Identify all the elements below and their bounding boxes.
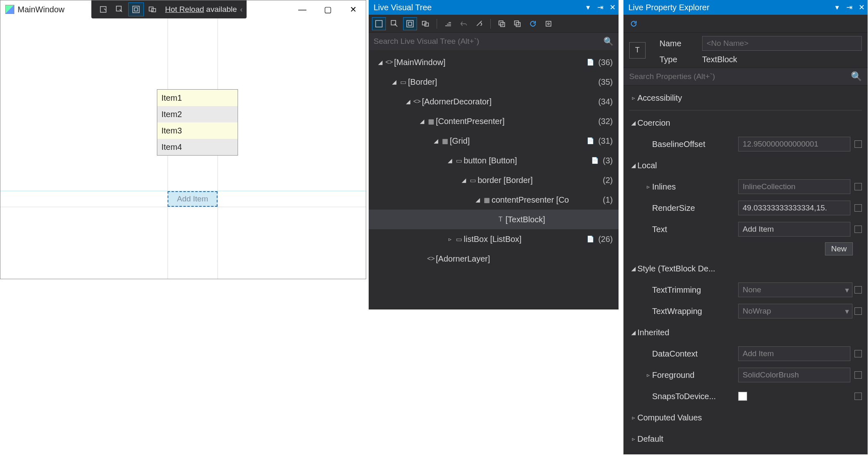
- view-source-icon[interactable]: 📄: [586, 235, 595, 243]
- view-source-icon[interactable]: 📄: [586, 137, 595, 145]
- dropdown-icon[interactable]: ▾: [843, 307, 850, 316]
- property-value[interactable]: None: [738, 282, 852, 297]
- property-value[interactable]: Add Item: [738, 222, 850, 237]
- refresh-icon[interactable]: [526, 17, 540, 30]
- undo-icon[interactable]: [457, 17, 471, 30]
- expand-chevron-icon[interactable]: ▹: [629, 436, 637, 442]
- close-icon[interactable]: ✕: [855, 3, 868, 12]
- property-category[interactable]: ◢Style (TextBlock De...: [623, 258, 868, 279]
- tree-node[interactable]: ◢▦[Grid]📄(31): [369, 131, 619, 151]
- chevron-left-icon[interactable]: ‹: [240, 5, 242, 14]
- expand-chevron-icon[interactable]: ◢: [474, 196, 482, 203]
- dropdown-icon[interactable]: ▾: [843, 285, 850, 295]
- property-marker-icon[interactable]: [854, 183, 862, 190]
- expand-chevron-icon[interactable]: ◢: [404, 98, 412, 105]
- search-icon[interactable]: 🔍: [603, 36, 614, 46]
- expand-chevron-icon[interactable]: ▹: [446, 236, 454, 242]
- listbox-item[interactable]: Item1: [157, 90, 238, 106]
- expand-chevron-icon[interactable]: ◢: [460, 177, 468, 183]
- expand-all-icon[interactable]: [510, 17, 524, 30]
- property-marker-icon[interactable]: [854, 371, 862, 379]
- property-marker-icon[interactable]: [854, 393, 862, 400]
- listbox-item[interactable]: Item2: [157, 106, 238, 122]
- display-layout-adorners-icon[interactable]: [128, 2, 144, 16]
- lvt-search-input[interactable]: [374, 37, 603, 46]
- tree-node[interactable]: T[TextBlock]: [369, 210, 619, 229]
- display-layout-adorners-icon[interactable]: [403, 17, 417, 30]
- expand-chevron-icon[interactable]: ▹: [629, 414, 637, 421]
- window-position-icon[interactable]: ▾: [582, 3, 594, 12]
- tree-node[interactable]: ▹▭listBox [ListBox]📄(26): [369, 229, 619, 249]
- hot-reload-label[interactable]: Hot Reload available: [165, 5, 237, 14]
- property-marker-icon[interactable]: [854, 140, 862, 148]
- expand-chevron-icon[interactable]: ◢: [418, 118, 426, 124]
- tree-node[interactable]: <>[AdornerLayer]: [369, 249, 619, 269]
- search-icon[interactable]: 🔍: [851, 71, 862, 82]
- select-element-icon[interactable]: [388, 17, 401, 30]
- auto-hide-icon[interactable]: ⇥: [594, 3, 606, 12]
- color-swatch[interactable]: [738, 392, 747, 401]
- new-button[interactable]: New: [825, 242, 853, 255]
- lpe-search-input[interactable]: [629, 72, 851, 81]
- expand-chevron-icon[interactable]: ◢: [376, 59, 384, 65]
- show-in-app-toolbar-icon[interactable]: [372, 17, 386, 30]
- expand-chevron-icon[interactable]: ◢: [446, 157, 454, 164]
- lpe-search[interactable]: 🔍: [623, 68, 868, 86]
- property-category[interactable]: ◢Inherited: [623, 322, 868, 343]
- select-element-icon[interactable]: [112, 2, 127, 16]
- property-value[interactable]: SolidColorBrush: [738, 368, 850, 382]
- listbox-item[interactable]: Item3: [157, 122, 238, 139]
- expand-chevron-icon[interactable]: ◢: [432, 138, 440, 144]
- property-marker-icon[interactable]: [854, 204, 862, 212]
- expand-chevron-icon[interactable]: ▹: [629, 95, 637, 101]
- expand-chevron-icon[interactable]: ◢: [629, 265, 637, 272]
- expand-chevron-icon[interactable]: ◢: [629, 329, 637, 336]
- listbox[interactable]: Item1Item2Item3Item4: [157, 89, 238, 156]
- property-value[interactable]: 49.03333333333334,15.: [738, 201, 850, 215]
- listbox-item[interactable]: Item4: [157, 139, 238, 155]
- auto-hide-icon[interactable]: ⇥: [843, 3, 855, 12]
- property-value[interactable]: NoWrap: [738, 304, 852, 318]
- expand-chevron-icon[interactable]: ◢: [629, 120, 637, 126]
- property-value[interactable]: Add Item: [738, 346, 850, 361]
- tree-node[interactable]: ◢<>[MainWindow]📄(36): [369, 52, 619, 72]
- close-icon[interactable]: ✕: [606, 3, 619, 12]
- property-marker-icon[interactable]: [854, 226, 862, 233]
- property-category[interactable]: ◢Coercion: [623, 112, 868, 133]
- expand-chevron-icon[interactable]: ◢: [629, 162, 637, 169]
- preview-selection-icon[interactable]: [441, 17, 455, 30]
- track-focused-element-icon[interactable]: [145, 2, 160, 16]
- maximize-button[interactable]: ▢: [315, 0, 340, 18]
- window-position-icon[interactable]: ▾: [831, 3, 843, 12]
- property-value[interactable]: 12.950000000000001: [738, 137, 850, 151]
- tree-node[interactable]: ◢<>[AdornerDecorator](34): [369, 92, 619, 111]
- tree-node[interactable]: ◢▭border [Border](2): [369, 170, 619, 190]
- expand-chevron-icon[interactable]: ◢: [390, 79, 398, 85]
- go-to-live-visual-tree-icon[interactable]: [95, 2, 111, 16]
- property-marker-icon[interactable]: [854, 350, 862, 357]
- tree-node[interactable]: ◢▭button [Button]📄(3): [369, 151, 619, 170]
- view-source-icon[interactable]: 📄: [586, 59, 595, 66]
- property-category[interactable]: ▹Accessibility: [623, 87, 868, 108]
- minimize-button[interactable]: —: [290, 0, 315, 18]
- close-button[interactable]: ✕: [340, 0, 366, 18]
- add-item-button[interactable]: Add Item: [168, 191, 218, 207]
- tree-node[interactable]: ◢▦contentPresenter [Co(1): [369, 190, 619, 210]
- view-source-icon[interactable]: 📄: [591, 157, 600, 164]
- property-category[interactable]: ◢Local: [623, 155, 868, 176]
- name-input[interactable]: [702, 36, 862, 51]
- refresh-icon[interactable]: [627, 17, 641, 30]
- property-marker-icon[interactable]: [854, 286, 862, 294]
- tree-node[interactable]: ◢▭[Border](35): [369, 72, 619, 92]
- property-marker-icon[interactable]: [854, 307, 862, 315]
- track-focused-element-icon[interactable]: [419, 17, 433, 30]
- property-value[interactable]: InlineCollection: [738, 179, 850, 194]
- lvt-search[interactable]: 🔍: [369, 33, 619, 50]
- tree-node[interactable]: ◢▦[ContentPresenter](32): [369, 111, 619, 131]
- expand-chevron-icon[interactable]: ▹: [644, 183, 652, 190]
- expand-chevron-icon[interactable]: ▹: [644, 372, 652, 378]
- settings-icon[interactable]: [472, 17, 486, 30]
- filter-icon[interactable]: [542, 17, 555, 30]
- collapse-all-icon[interactable]: [495, 17, 509, 30]
- property-category[interactable]: ▹Default: [623, 428, 868, 449]
